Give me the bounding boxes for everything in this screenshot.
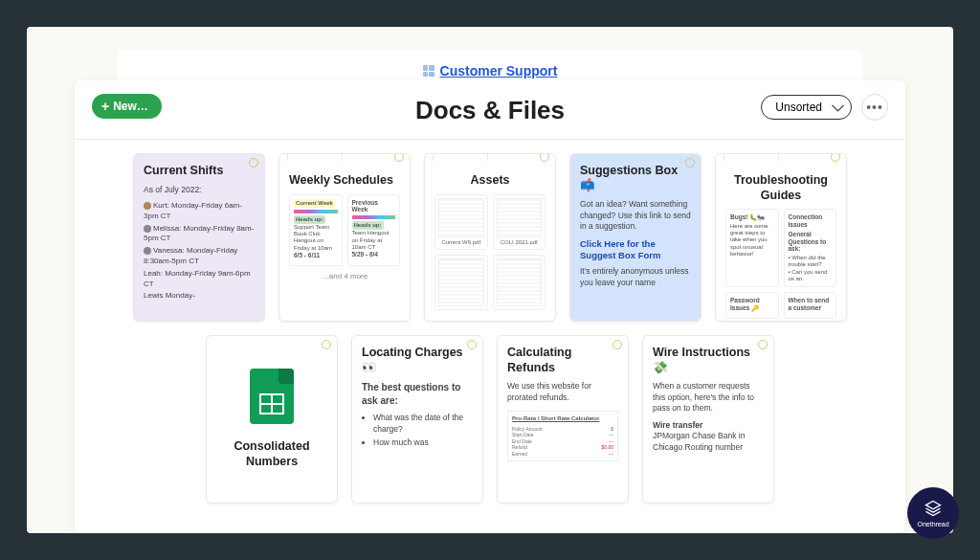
refund-calculator-thumb: Pro-Rata / Short Rate Calculator Policy …: [507, 411, 618, 461]
pin-icon: [540, 153, 549, 162]
guide-subcard: Password Issues 🔑: [725, 292, 779, 319]
main-card: +New… Docs & Files Unsorted ••• Current …: [75, 80, 905, 533]
card-body: We use this website for prorated refunds…: [507, 381, 618, 403]
pin-icon: [685, 158, 695, 168]
page-title: Docs & Files: [415, 96, 565, 125]
subcard-body: Support Team Book Club Hangout on Friday…: [294, 224, 338, 252]
avatar-icon: [144, 225, 151, 233]
card-title: Suggestions Box 📫: [580, 164, 691, 193]
toolbar-right: Unsorted •••: [761, 94, 888, 121]
subcard-body: Team Hangout on Friday at 10am CT: [352, 230, 396, 251]
card-current-shifts[interactable]: Current Shifts As of July 2022: Kurt: Mo…: [133, 153, 265, 322]
guide-subcard: Bugs! 🐛🐜Here are some great steps to tak…: [725, 209, 779, 287]
avatar-icon: [144, 247, 151, 255]
schedule-subcard: Previous Week Heads up: Team Hangout on …: [347, 194, 401, 266]
sort-select-wrap: Unsorted: [761, 95, 852, 120]
pin-icon: [322, 340, 331, 349]
schedule-subgrid: Current Week Heads up: Support Team Book…: [289, 194, 400, 266]
suggest-form-link[interactable]: Click Here for the Suggest Box Form: [580, 238, 691, 261]
pin-icon: [758, 340, 768, 349]
shift-line: Leah: Monday-Friday 9am-6pm CT: [144, 269, 255, 290]
cards-grid: Current Shifts As of July 2022: Kurt: Mo…: [75, 140, 905, 517]
sort-select[interactable]: Unsorted: [761, 95, 852, 120]
new-button[interactable]: +New…: [92, 94, 162, 119]
subcard-dates: 6/5 - 6/11: [294, 252, 338, 259]
card-title: Locating Charges 👀: [362, 346, 473, 375]
asset-thumb: [434, 255, 488, 310]
card-title: Current Shifts: [144, 164, 255, 179]
brand-badge: Onethread: [907, 487, 959, 539]
pin-icon: [831, 153, 840, 162]
heads-up: Heads up:: [352, 221, 384, 230]
more-button[interactable]: •••: [861, 94, 888, 121]
google-sheets-icon: [250, 369, 294, 424]
card-troubleshooting[interactable]: Troubleshooting Guides Bugs! 🐛🐜Here are …: [715, 153, 847, 322]
as-of-line: As of July 2022:: [144, 185, 255, 195]
subcard-badge: Previous Week: [352, 199, 396, 214]
asset-caption: COLI 2021.pdf: [501, 239, 538, 246]
card-title: Calculating Refunds: [507, 346, 618, 375]
subcard-dates: 5/29 - 6/4: [352, 251, 396, 258]
plus-icon: +: [101, 100, 109, 113]
wire-heading: Wire transfer: [653, 420, 764, 431]
pin-icon: [467, 340, 477, 349]
avatar-icon: [144, 202, 151, 210]
shift-line: Vanessa: Monday-Friday 8:30am-5pm CT: [144, 246, 255, 267]
grid-icon: [423, 65, 434, 77]
heads-up: Heads up:: [294, 215, 325, 224]
guides-subgrid: Bugs! 🐛🐜Here are some great steps to tak…: [725, 209, 836, 318]
list-item: What was the date of the charge?: [373, 413, 473, 435]
guide-subcard: When to send a customer: [784, 292, 837, 319]
card-locating-charges[interactable]: Locating Charges 👀 The best questions to…: [351, 335, 483, 504]
new-button-label: New…: [113, 100, 148, 113]
guide-subcard: Connection IssuesGeneral Questions to as…: [784, 209, 837, 287]
shift-line: Melissa: Monday-Friday 8am-5pm CT: [144, 224, 255, 245]
assets-subgrid: Current W9.pdf COLI 2021.pdf: [434, 194, 546, 310]
asset-thumb: [493, 255, 546, 310]
card-body: When a customer requests this option, he…: [653, 381, 764, 414]
pin-icon: [612, 340, 622, 349]
pin-icon: [249, 158, 258, 168]
card-body: Got an idea? Want something changed? Use…: [580, 199, 691, 232]
app-frame: Customer Support +New… Docs & Files Unso…: [27, 27, 953, 533]
card-body: It's entirely anonymous unless you leave…: [580, 266, 691, 288]
card-title: Consolidated Numbers: [216, 439, 327, 469]
schedule-subcard: Current Week Heads up: Support Team Book…: [289, 194, 343, 266]
card-consolidated-numbers[interactable]: Consolidated Numbers: [206, 335, 338, 504]
wire-line: JPMorgan Chase Bank in Chicago Routing n…: [653, 431, 764, 453]
more-count: …and 4 more: [289, 272, 400, 280]
pin-icon: [394, 153, 404, 162]
subcard-badge: Current Week: [294, 199, 335, 208]
asset-thumb: Current W9.pdf: [434, 194, 488, 250]
card-wire-instructions[interactable]: Wire Instructions 💸 When a customer requ…: [642, 335, 774, 504]
breadcrumb-link[interactable]: Customer Support: [440, 63, 558, 78]
card-weekly-schedules[interactable]: Weekly Schedules Current Week Heads up: …: [278, 153, 411, 322]
asset-thumb: COLI 2021.pdf: [493, 194, 546, 250]
brand-label: Onethread: [917, 521, 948, 527]
card-calculating-refunds[interactable]: Calculating Refunds We use this website …: [497, 335, 629, 504]
card-title: Wire Instructions 💸: [653, 346, 764, 375]
list-item: How much was: [373, 437, 473, 448]
card-subtitle: The best questions to ask are:: [362, 381, 473, 407]
ellipsis-icon: •••: [866, 100, 883, 115]
shift-line: Kurt: Monday-Friday 6am-3pm CT: [144, 201, 255, 222]
card-title: Weekly Schedules: [289, 173, 400, 189]
brand-icon: [924, 499, 943, 518]
questions-list: What was the date of the charge? How muc…: [362, 413, 473, 448]
asset-caption: Current W9.pdf: [441, 239, 480, 246]
card-title: Troubleshooting Guides: [725, 173, 836, 203]
shift-line: Lewis Monday-: [144, 291, 255, 302]
card-assets[interactable]: Assets Current W9.pdf COLI 2021.pdf: [424, 153, 556, 322]
card-suggestions-box[interactable]: Suggestions Box 📫 Got an idea? Want some…: [569, 153, 702, 322]
card-title: Assets: [434, 173, 546, 189]
toolbar: +New… Docs & Files Unsorted •••: [75, 80, 905, 140]
